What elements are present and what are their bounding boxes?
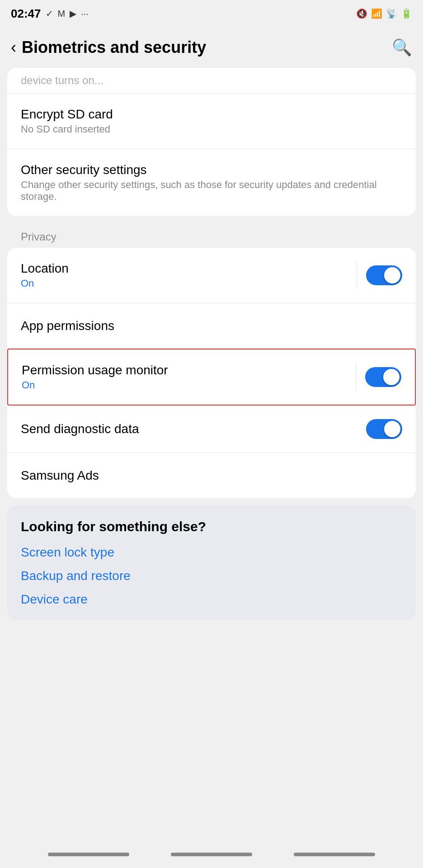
wifi-icon: 📶 bbox=[371, 8, 382, 19]
app-permissions-label: App permissions bbox=[21, 319, 114, 333]
permission-usage-monitor-item[interactable]: Permission usage monitor On bbox=[7, 349, 416, 406]
check-icon: ✓ bbox=[46, 8, 53, 19]
location-text: Location On bbox=[21, 261, 69, 289]
send-diagnostic-data-label: Send diagnostic data bbox=[21, 422, 139, 436]
header-left: ‹ Biometrics and security bbox=[11, 38, 206, 57]
header: ‹ Biometrics and security 🔍 bbox=[0, 27, 423, 68]
looking-for-something-title: Looking for something else? bbox=[21, 519, 402, 534]
status-bar-right: 🔇 📶 📡 🔋 bbox=[356, 8, 412, 19]
partial-top-card: device turns on... Encrypt SD card No SD… bbox=[7, 68, 416, 216]
nav-pill-right bbox=[294, 853, 375, 856]
back-button[interactable]: ‹ bbox=[11, 39, 16, 56]
encrypt-sd-card-sublabel: No SD card inserted bbox=[21, 123, 113, 135]
permission-usage-monitor-label: Permission usage monitor bbox=[22, 363, 168, 377]
permission-usage-toggle-wrap bbox=[356, 363, 401, 391]
status-bar-left: 02:47 ✓ M ▶ ··· bbox=[11, 7, 89, 21]
search-button[interactable]: 🔍 bbox=[392, 38, 412, 57]
device-care-link[interactable]: Device care bbox=[21, 592, 402, 607]
permission-usage-monitor-text: Permission usage monitor On bbox=[22, 363, 168, 391]
youtube-icon: ▶ bbox=[70, 8, 76, 19]
status-bar: 02:47 ✓ M ▶ ··· 🔇 📶 📡 🔋 bbox=[0, 0, 423, 27]
bottom-nav bbox=[0, 841, 423, 868]
permission-usage-monitor-toggle[interactable] bbox=[365, 367, 401, 387]
encrypt-sd-card-label: Encrypt SD card bbox=[21, 107, 113, 122]
mute-icon: 🔇 bbox=[356, 8, 367, 19]
screen-lock-type-link[interactable]: Screen lock type bbox=[21, 545, 402, 560]
privacy-card: Location On App permissions Permission u… bbox=[7, 248, 416, 498]
battery-icon: 🔋 bbox=[401, 8, 412, 19]
send-diagnostic-data-item[interactable]: Send diagnostic data bbox=[7, 406, 416, 453]
location-status: On bbox=[21, 278, 69, 289]
samsung-ads-text: Samsung Ads bbox=[21, 468, 99, 483]
samsung-ads-item[interactable]: Samsung Ads bbox=[7, 453, 416, 498]
app-permissions-item[interactable]: App permissions bbox=[7, 303, 416, 349]
more-icon: ··· bbox=[81, 9, 89, 19]
gmail-icon: M bbox=[58, 9, 66, 19]
encrypt-sd-card-item[interactable]: Encrypt SD card No SD card inserted bbox=[7, 94, 416, 149]
samsung-ads-label: Samsung Ads bbox=[21, 468, 99, 483]
location-toggle-wrap bbox=[357, 262, 402, 289]
app-permissions-text: App permissions bbox=[21, 319, 114, 333]
privacy-section-label: Privacy bbox=[7, 223, 416, 248]
location-toggle[interactable] bbox=[366, 265, 402, 285]
page-title: Biometrics and security bbox=[22, 38, 206, 57]
partial-text: device turns on... bbox=[7, 68, 416, 93]
other-security-settings-text: Other security settings Change other sec… bbox=[21, 163, 402, 203]
encrypt-sd-card-text: Encrypt SD card No SD card inserted bbox=[21, 107, 113, 135]
permission-usage-divider bbox=[356, 363, 356, 391]
nav-pill-left bbox=[48, 853, 129, 856]
location-item[interactable]: Location On bbox=[7, 248, 416, 303]
send-diagnostic-data-toggle[interactable] bbox=[366, 419, 402, 439]
status-time: 02:47 bbox=[11, 7, 41, 21]
signal-icon: 📡 bbox=[386, 8, 397, 19]
nav-pill-center bbox=[171, 853, 252, 856]
content: device turns on... Encrypt SD card No SD… bbox=[0, 68, 423, 620]
location-divider bbox=[357, 262, 357, 289]
other-security-settings-item[interactable]: Other security settings Change other sec… bbox=[7, 149, 416, 216]
backup-and-restore-link[interactable]: Backup and restore bbox=[21, 569, 402, 583]
other-security-settings-sublabel: Change other security settings, such as … bbox=[21, 179, 402, 203]
location-label: Location bbox=[21, 261, 69, 276]
send-diagnostic-toggle-wrap bbox=[366, 419, 402, 439]
send-diagnostic-data-text: Send diagnostic data bbox=[21, 422, 139, 436]
other-security-settings-label: Other security settings bbox=[21, 163, 402, 177]
permission-usage-monitor-status: On bbox=[22, 379, 168, 391]
looking-for-something-card: Looking for something else? Screen lock … bbox=[7, 505, 416, 620]
